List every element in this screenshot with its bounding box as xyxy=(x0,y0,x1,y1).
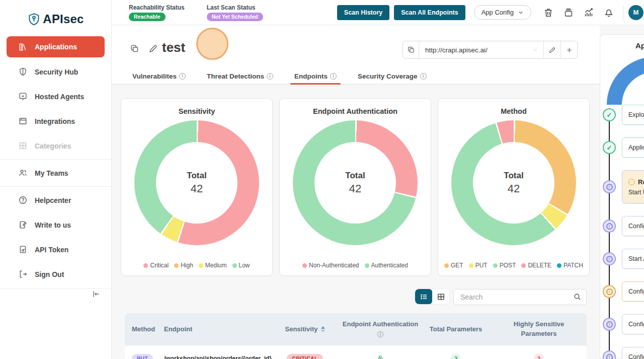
legend-item-put[interactable]: PUT xyxy=(469,262,488,269)
tab-security-coverage[interactable]: Security Coverage i xyxy=(358,68,427,84)
archive-icon[interactable] xyxy=(563,7,574,18)
column-header-sensitivity[interactable]: Sensitivity xyxy=(270,325,340,334)
legend-label: POST xyxy=(500,262,516,269)
cell-endpoint[interactable]: /workshop/api/shop/orders/{order_id} xyxy=(164,355,270,359)
sidebar-item-label: Sign Out xyxy=(35,270,64,278)
analytics-icon[interactable] xyxy=(583,7,594,18)
scan-all-endpoints-button[interactable]: Scan All Endpoints xyxy=(394,5,465,20)
legend-item-medium[interactable]: Medium xyxy=(199,262,227,269)
copy-url-icon[interactable] xyxy=(403,41,419,58)
legend-item-patch[interactable]: PATCH xyxy=(557,262,583,269)
info-icon[interactable]: i xyxy=(330,73,337,80)
step-status-icon: ! xyxy=(603,220,616,233)
base-url-value: http://crapi.apisec.ai/ xyxy=(425,46,488,54)
column-header-highly-sensitive-parameters[interactable]: Highly Sensitive Parameters xyxy=(491,320,587,339)
tabs-bar: Vulnerabilites i Threat Detections i End… xyxy=(132,68,427,84)
column-header-method[interactable]: Method xyxy=(125,325,164,334)
step-card-subtitle: Start Una xyxy=(628,189,644,196)
sidebar-item-write-to-us[interactable]: Write to us xyxy=(0,212,111,237)
legend-item-high[interactable]: High xyxy=(174,262,193,269)
onboarding-step-card[interactable]: Configure xyxy=(622,314,644,334)
step-done-icon: ✓ xyxy=(603,141,616,154)
info-icon[interactable]: i xyxy=(377,331,383,337)
edit-app-name-icon[interactable] xyxy=(148,44,158,53)
onboarding-step-card[interactable]: Configure xyxy=(622,347,644,359)
legend-dot xyxy=(302,263,307,268)
onboarding-steps: ✓Explore y✓Applicatio!→RecoStart Una!Con… xyxy=(603,105,644,359)
sidebar-collapse-icon[interactable] xyxy=(91,289,101,299)
sidebar-item-sign-out[interactable]: Sign Out xyxy=(0,262,111,286)
legend-item-post[interactable]: POST xyxy=(493,262,516,269)
step-status-icon: ! xyxy=(603,285,616,298)
grid-view-button[interactable] xyxy=(432,289,449,304)
column-header-endpoint[interactable]: Endpoint xyxy=(164,325,270,334)
chevron-down-icon xyxy=(532,47,538,53)
onboarding-step-card[interactable]: →RecoStart Una xyxy=(622,170,644,203)
chart-legend: CriticalHighMediumLow xyxy=(121,262,272,269)
tab-endpoints[interactable]: Endpoints i xyxy=(294,68,337,84)
sidebar-item-api-token[interactable]: API Token xyxy=(0,237,111,262)
sidebar-item-helpcenter[interactable]: Helpcenter xyxy=(0,188,111,212)
endpoint-authentication-donut-chart[interactable]: Total 42 xyxy=(293,120,418,245)
legend-label: Non-Authenticated xyxy=(309,262,359,269)
reachability-status-label: Reachability Status xyxy=(129,4,185,11)
onboarding-step-card[interactable]: Configure xyxy=(622,216,644,236)
tab-threat-detections[interactable]: Threat Detections i xyxy=(207,68,273,84)
copy-app-name-icon[interactable] xyxy=(130,44,139,53)
onboarding-step: !→RecoStart Una xyxy=(603,170,644,203)
sidebar-item-applications[interactable]: Applications xyxy=(7,36,105,57)
onboarding-step-card[interactable]: Start Auth xyxy=(622,249,644,269)
legend-item-non-authenticated[interactable]: Non-Authenticated xyxy=(302,262,359,269)
sidebar-item-my-teams[interactable]: My Teams xyxy=(0,161,111,185)
sort-icon[interactable] xyxy=(321,326,325,332)
base-url-select[interactable]: http://crapi.apisec.ai/ xyxy=(419,41,544,58)
delete-app-icon[interactable] xyxy=(543,7,554,18)
edit-url-icon[interactable] xyxy=(544,41,561,58)
column-header-endpoint-authentication[interactable]: Endpoint Authentication i xyxy=(340,320,421,339)
legend-item-get[interactable]: GET xyxy=(444,262,463,269)
search-icon[interactable] xyxy=(573,293,582,301)
legend-label: GET xyxy=(451,262,463,269)
onboarding-step-card[interactable]: Explore y xyxy=(622,105,644,125)
tab-vulnerabilities[interactable]: Vulnerabilites i xyxy=(132,68,186,84)
sidebar-item-security-hub[interactable]: Security Hub xyxy=(0,59,111,84)
onboarding-step-card[interactable]: Configure xyxy=(622,281,644,302)
notifications-bell-icon[interactable] xyxy=(603,7,614,18)
method-donut-chart[interactable]: Total 42 xyxy=(451,120,576,245)
onboarding-step: !Configure xyxy=(603,314,644,334)
step-card-label: Configure xyxy=(628,223,644,230)
list-view-button[interactable] xyxy=(415,289,432,304)
sidebar-item-hosted-agents[interactable]: Hosted Agents xyxy=(0,84,111,109)
legend-item-authenticated[interactable]: Authenticated xyxy=(365,262,408,269)
sidebar-item-categories[interactable]: Categories xyxy=(0,133,111,158)
sensitivity-donut-chart[interactable]: Total 42 xyxy=(134,120,259,245)
step-card-label: Configure xyxy=(628,321,644,328)
info-icon[interactable]: i xyxy=(420,73,427,80)
search-input[interactable] xyxy=(453,289,587,305)
add-url-icon[interactable] xyxy=(561,41,577,58)
user-avatar[interactable]: M xyxy=(628,5,643,20)
endpoints-toolbar xyxy=(415,289,587,305)
legend-item-delete[interactable]: DELETE xyxy=(521,262,551,269)
apisec-logo-icon xyxy=(27,13,41,26)
reachability-status-block: Reachability Status Reachable xyxy=(129,4,185,21)
legend-item-low[interactable]: Low xyxy=(232,262,250,269)
app-config-dropdown[interactable]: App Config xyxy=(474,5,531,20)
step-status-icon: ! xyxy=(603,350,616,359)
apisec-logo[interactable]: APIsec xyxy=(0,10,111,28)
onboarding-step-card[interactable]: Applicatio xyxy=(622,137,644,158)
application-avatar[interactable] xyxy=(196,28,228,60)
sidebar-item-integrations[interactable]: Integrations xyxy=(0,109,111,133)
write-icon xyxy=(18,220,28,230)
app-config-label: App Config xyxy=(481,9,514,16)
legend-dot xyxy=(199,263,203,268)
column-header-total-parameters[interactable]: Total Parameters xyxy=(421,325,491,334)
table-row[interactable]: PUT /workshop/api/shop/orders/{order_id}… xyxy=(125,345,587,359)
onboarding-step: !Configure xyxy=(603,347,644,359)
table-header-row: Method Endpoint Sensitivity Endpoint Aut… xyxy=(125,313,587,345)
legend-item-critical[interactable]: Critical xyxy=(143,262,169,269)
info-icon[interactable]: i xyxy=(267,73,273,80)
info-icon[interactable]: i xyxy=(179,73,186,80)
scan-history-button[interactable]: Scan History xyxy=(337,5,389,20)
legend-dot xyxy=(493,263,498,268)
